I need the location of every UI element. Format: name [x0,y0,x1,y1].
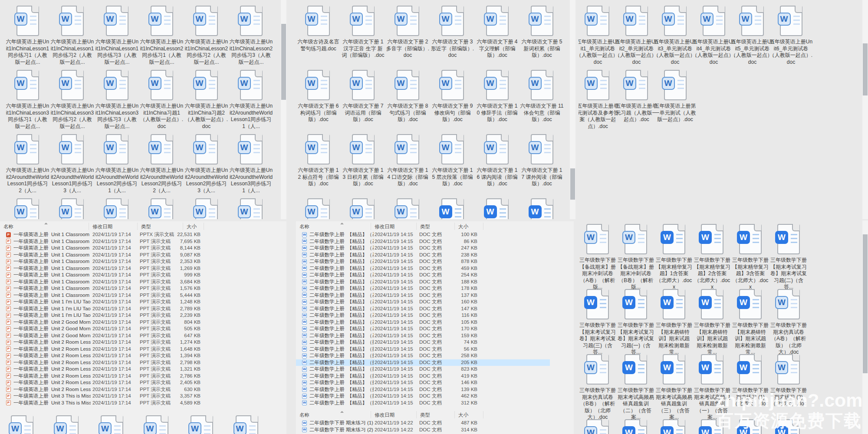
file-item[interactable]: W六年级语文下册 16 课内阅读（部编版）.doc [475,134,519,198]
column-header-type[interactable]: 类型 [417,411,455,418]
file-item[interactable]: W六年级英语上册Unit1InChina习题1（人教版一起点）.doc [139,69,184,134]
file-item-partial[interactable]: W [233,415,260,434]
file-item[interactable]: W六年级英语上册Unit2AroundtheWorldLesson1同步练习2（… [5,134,50,198]
file-item[interactable]: W六年级语文下册 2 多音字（部编版）.doc [385,5,430,69]
scrollbar-track[interactable] [862,0,868,219]
file-item[interactable]: W六年级英语上册Unit1InChinaLesson2同步练习3（人教版一起点.… [229,5,273,69]
column-header-size[interactable]: 大小 [455,411,483,418]
scrollbar-thumb[interactable] [863,234,868,373]
file-item[interactable]: W六年级语文下册 15 层次段落（部编版）.doc [430,134,475,198]
column-header-date[interactable]: 修改日期 [371,223,417,230]
file-row[interactable]: W二年级数学上册 【精品】（提高版）...2024/11/19 14:15DOC… [296,366,574,373]
file-item[interactable]: W五年级英语上册单元习题（人教版一起点）.doc [617,69,656,134]
file-row[interactable]: P一年级英语上册 Unit 1 Classroom Les...2024/11/… [0,252,286,259]
file-item[interactable]: W三年级数学下册期末考试高频易错真题集训（二）（含答案... [617,354,655,419]
file-item[interactable]: W六年级英语上册Unit1InChinaLesson2同步练习2（人教版一起点.… [184,5,229,69]
file-item[interactable]: W六年级英语上册Unit1InChinaLesson3同步练习2（人教版一起点.… [50,69,95,134]
file-item[interactable]: W五年级英语上册Unit6_单元测试卷（人教版一起点）.doc [772,5,810,69]
file-item[interactable]: W三年级数学下册期末考试高频易错真题集训（一）（含答案... [693,354,731,419]
file-item[interactable]: W五年级英语上册Unit4_单元测试卷（人教版一起点）.doc [694,5,733,69]
file-row[interactable]: P一年级英语上册 Unit 1 Classroom Les...2024/11/… [0,285,286,292]
file-item[interactable]: W三年级数学下册【期末考试复习卷】期末考试复习题(一)（含答... [617,289,655,354]
file-item[interactable]: W三年级数学下册【期末考试复习卷】期末考试复习题(三)（含答... [579,289,617,354]
column-header-name[interactable]: 名称 [296,223,371,230]
file-row[interactable]: P一年级英语上册 Unit 2 Room Lesson ...2024/11/1… [0,386,286,393]
scrollbar-track[interactable] [862,220,868,434]
file-item[interactable]: W三年级数学下册【期末精华复习题】1含答案（北师大）.docx [655,224,693,289]
file-item-partial[interactable]: W [5,198,50,219]
file-item-partial[interactable]: W [9,415,36,434]
file-item[interactable]: W六年级语文下册 7 词语运用（部编版）.doc [341,69,385,134]
file-row[interactable]: P一年级英语上册 Unit 3 This is Miss Li ...2024/… [0,393,286,400]
file-item[interactable]: W六年级语文下册 3 形近字（部编版）.doc [430,5,475,69]
file-item-partial[interactable]: W [184,198,229,219]
file-item[interactable]: W五年级英语上册Unit5_单元测试卷（人教版一起点）.doc [733,5,772,69]
file-row[interactable]: W二年级数学上册 【精品】（提高版）...2024/11/19 14:15DOC… [296,393,574,400]
file-row[interactable]: P一年级英语上册 Unit 1 I'm LIU Tao课...2024/11/1… [0,312,286,319]
scrollbar-thumb[interactable] [570,168,575,200]
file-row[interactable]: W二年级数学下册 期末练习 (1)（北师大...2024/11/19 14:22… [296,420,574,427]
column-header-type[interactable]: 类型 [138,223,183,230]
file-row[interactable]: P一年级英语上册 Unit 1 I'm LIU Tao课...2024/11/1… [0,306,286,312]
file-row[interactable]: W二年级数学上册 【精品】（基础版）...2024/11/19 14:15DOC… [296,245,574,252]
file-item[interactable]: W六年级英语上册Unit1InChinaLesson1同步练习1（人教版一起点.… [5,5,50,69]
file-item-partial[interactable]: W [693,419,731,434]
file-item[interactable]: W六年级语文下册 17 课外阅读（部编版）.doc [519,134,564,198]
file-row[interactable]: W二年级数学上册 【精品】（提高版）...2024/11/19 14:15DOC… [296,373,574,380]
file-row[interactable]: W二年级数学上册 【精品】（基础版）...2024/11/19 14:15DOC… [296,272,574,279]
file-item[interactable]: W三年级数学下册【备战期末】册期末冲刺试卷（A卷）（解析版... [579,224,617,289]
file-item[interactable]: W六年级语文下册 10 修辞手法（部编版）.doc [475,69,519,134]
file-row[interactable]: P一年级英语上册 Unit 2 Good Morning...2024/11/1… [0,319,286,326]
file-item[interactable]: W六年级语文下册 5 新词积累（部编版）.doc [519,5,564,69]
file-item[interactable]: W六年级语文下册 8 句式练习（部编版）.doc [385,69,430,134]
file-item-partial[interactable]: W [95,198,139,219]
file-item-partial[interactable]: W [579,419,617,434]
file-row[interactable]: W二年级数学上册 【精品】（基础版）...2024/11/19 14:15DOC… [296,312,574,319]
file-item[interactable]: W三年级数学下册【备战期末】册期末冲刺试卷（B卷）（解析版... [617,224,655,289]
file-item-partial[interactable]: W [385,198,430,219]
file-item[interactable]: W六年级英语上册Unit1InChinaLesson3同步练习3（人教版一起点.… [95,69,139,134]
file-item-partial[interactable]: W [99,415,125,434]
file-row[interactable]: P一年级英语上册 Unit 3 This is Miss Li...2024/1… [0,400,286,407]
file-item[interactable]: W三年级数学下册期末练习 (2)（北师大）.doc [769,354,808,419]
file-item-partial[interactable]: W [144,415,171,434]
file-row[interactable]: W二年级数学上册 【精品】（基础版）...2024/11/19 14:15DOC… [296,319,574,326]
file-item-partial[interactable]: W [519,198,564,219]
file-row[interactable]: P一年级英语上册 Unit 2 Good Morning...2024/11/1… [0,332,286,339]
file-row[interactable]: P一年级英语上册 Unit 1 Classroom Les...2024/11/… [0,231,286,238]
file-row[interactable]: W二年级数学上册 【精品】（基础版）...2024/11/19 14:15DOC… [296,231,574,238]
file-item[interactable]: W六年级英语上册Unit2AroundtheWorldLesson2同步练习1（… [95,134,139,198]
file-item[interactable]: W六年级英语上册Unit1InChinaLesson2同步练习1（人教版一起点.… [139,5,184,69]
file-row[interactable]: W二年级数学上册 【精品】（基础版）...2024/11/19 14:15DOC… [296,265,574,272]
file-row[interactable]: P一年级英语上册 Unit 1 Classroom Les...2024/11/… [0,258,286,265]
file-item[interactable]: W五年级英语上册Unit2_单元测试卷（人教版一起点）.doc [617,5,656,69]
file-item-partial[interactable]: W [229,198,273,219]
file-item[interactable]: W六年级英语上册Unit1InChinaLesson1同步练习2（人教版一起点.… [50,5,95,69]
file-item[interactable]: W六年级古诗及名言警句练习题.doc [296,5,341,69]
file-item[interactable]: W六年级语文下册 9 修改病句（部编版）.doc [430,69,475,134]
file-row[interactable]: W二年级数学上册 【精品】（基础版）...2024/11/19 14:15DOC… [296,292,574,299]
file-row[interactable]: W二年级数学上册 【精品】（基础版）...2024/11/19 14:15DOC… [296,285,574,292]
column-header-size[interactable]: 大小 [183,223,204,230]
file-item[interactable]: W六年级语文下册 4 字义理解（部编版）.doc [475,5,519,69]
file-row[interactable]: W二年级数学上册 【精品】（基础版）...2024/11/19 14:15DOC… [296,258,574,265]
column-header-date[interactable]: 修改日期 [371,411,417,418]
file-item[interactable]: W六年级英语上册Unit2AroundtheWorldLesson2同步练习2（… [139,134,184,198]
file-row[interactable]: W二年级数学上册 【精品】（提高版）...2024/11/19 14:15DOC… [296,359,550,366]
file-item-partial[interactable]: W [139,198,184,219]
file-row[interactable]: W二年级数学上册 【精品】（基础版）...2024/11/19 14:15DOC… [296,238,574,245]
file-item[interactable]: W六年级语文下册 13 日积月累（部编版）.doc [341,134,385,198]
scrollbar-track[interactable] [570,0,575,219]
file-item[interactable]: W六年级语文下册 1 汉字正音 生字 新词（部编版） .doc [341,5,385,69]
file-row[interactable]: W二年级数学上册 【精品】（基础版）...2024/11/19 14:15DOC… [296,306,574,312]
column-header-size[interactable]: 大小 [455,223,483,230]
file-item[interactable]: W五年级英语上册第一单元测试（人教版一起点）.doc [656,69,694,134]
file-item[interactable]: W六年级英语上册Unit2AroundtheWorldLesson2同步练习3（… [184,134,229,198]
file-row[interactable]: W二年级数学上册 【精品】（提高版）...2024/11/19 14:15DOC… [296,400,574,407]
file-item[interactable]: W三年级数学下册期末练习 (1)（北师大）.doc [731,354,769,419]
file-item-partial[interactable]: W [617,419,655,434]
file-item[interactable]: W六年级英语上册Unit2AroundtheWorldLesson1同步练习1（… [229,69,273,134]
file-item[interactable]: W三年级数学下册【期末易错特训】期末试题 期末检测最新常... [655,289,693,354]
file-item[interactable]: W六年级语文下册 14 口语交际（部编版）.doc [385,134,430,198]
file-item[interactable]: W六年级语文下册 6 构词练习（部编版）.doc [296,69,341,134]
